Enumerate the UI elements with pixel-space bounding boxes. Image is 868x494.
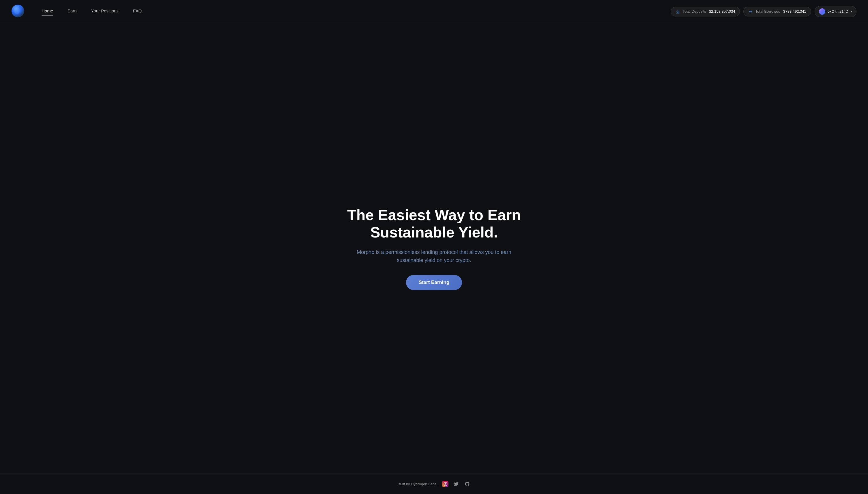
nav-right: Total Deposits $2,158,357,034 Total Borr… [671, 6, 856, 17]
svg-point-4 [445, 483, 446, 484]
nav-faq[interactable]: FAQ [133, 8, 142, 15]
total-borrowed-label: Total Borrowed [755, 9, 780, 14]
wallet-button[interactable]: 0xC7...214D ▾ [815, 6, 856, 17]
svg-rect-2 [676, 13, 679, 14]
navbar: Home Earn Your Positions FAQ Total Depos… [0, 0, 868, 23]
footer: Built by Hydrogen Labs. [0, 474, 868, 494]
footer-built-by: Built by Hydrogen Labs. [398, 482, 438, 486]
hero-subtitle: Morpho is a permissionless lending proto… [347, 248, 521, 265]
total-deposits-button[interactable]: Total Deposits $2,158,357,034 [671, 7, 740, 16]
instagram-icon[interactable] [442, 481, 448, 487]
hero-title: The Easiest Way to Earn Sustainable Yiel… [319, 207, 549, 241]
main-content: The Easiest Way to Earn Sustainable Yiel… [0, 23, 868, 474]
logo[interactable] [12, 5, 24, 18]
nav-earn[interactable]: Earn [67, 8, 77, 15]
chevron-down-icon: ▾ [851, 10, 852, 13]
svg-point-5 [446, 483, 446, 483]
total-borrowed-button[interactable]: Total Borrowed $783,492,341 [743, 7, 811, 16]
nav-home[interactable]: Home [42, 8, 53, 15]
total-deposits-label: Total Deposits [682, 9, 706, 14]
wallet-address: 0xC7...214D [828, 9, 848, 14]
total-borrowed-value: $783,492,341 [783, 9, 806, 14]
twitter-icon[interactable] [453, 481, 459, 487]
svg-rect-3 [444, 482, 447, 486]
github-icon[interactable] [464, 481, 470, 487]
start-earning-button[interactable]: Start Earning [406, 275, 462, 290]
wallet-avatar [819, 8, 825, 15]
nav-links: Home Earn Your Positions FAQ [42, 8, 671, 15]
total-deposits-value: $2,158,357,034 [709, 9, 735, 14]
nav-your-positions[interactable]: Your Positions [91, 8, 119, 15]
